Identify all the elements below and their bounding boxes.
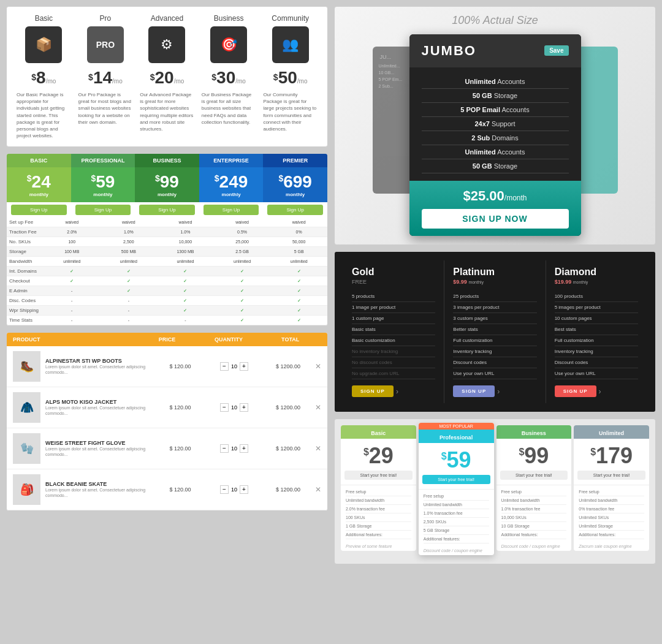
plan-price-professional: $59monthly	[71, 167, 135, 202]
plan-price-premier: $699monthly	[263, 167, 327, 202]
jumbo-feature-line: 50 GB Storage	[422, 159, 569, 173]
signup-btn-enterprise[interactable]: Sign Up	[204, 205, 259, 215]
plan-icon: 👥	[272, 26, 309, 63]
cart-item-remove[interactable]: ✕	[315, 485, 321, 494]
arrow-icon: ›	[497, 387, 500, 396]
qty-plus-btn[interactable]: +	[240, 444, 248, 453]
signup-btn-business[interactable]: Sign Up	[139, 205, 195, 215]
promo-feature: 10,000 SKUs	[501, 513, 567, 522]
signup-btn-premier[interactable]: Sign Up	[267, 205, 323, 215]
feature-name-cell: Traction Fee	[7, 227, 44, 237]
tier-col-diamond: Diamond $19.99 monthly 100 products5 ima…	[546, 260, 647, 403]
cart-header-product: PRODUCT	[13, 336, 136, 343]
jumbo-plan-panel: 100% Actual Size JU... Unlimited... 10 G…	[334, 6, 656, 245]
feature-name-cell: Checkout	[7, 276, 44, 286]
arrow-icon: ›	[396, 387, 398, 396]
qty-plus-btn[interactable]: +	[240, 403, 248, 412]
promo-feature: 2.0% transaction fee	[346, 505, 411, 513]
simple-pricing-panel: Basic 📦 $8/mo Our Basic Package is appro…	[6, 6, 328, 147]
qty-value: 10	[231, 363, 237, 369]
promo-feature: Unlimited bandwidth	[424, 501, 489, 509]
feature-val-cell: ✓	[157, 296, 214, 306]
promo-feature: Free setup	[424, 492, 489, 501]
plan-name: Business	[199, 14, 259, 23]
plan-name: Community	[261, 14, 320, 23]
promo-more: Zacrum sale coupon engine	[574, 542, 649, 551]
cart-item-desc: Lorem ipsum dolor sit amet. Consectetuer…	[45, 487, 153, 498]
plan-desc: Our Business Package is great for all si…	[199, 91, 259, 126]
promo-trial-btn[interactable]: Start your free trial!	[344, 471, 413, 480]
jumbo-plan-card: JUMBO Save Unlimited Accounts50 GB Stora…	[409, 34, 581, 236]
promo-feature: Additional features:	[501, 531, 567, 539]
table-row: No. SKUs1002,50010,00025,00050,000	[7, 237, 327, 247]
promo-plan-price: $29	[341, 439, 416, 471]
cart-panel: PRODUCTPRICEQUANTITYTOTAL 🥾 ALPINESTAR S…	[6, 332, 328, 511]
plan-btn-premier: Sign Up	[263, 202, 327, 218]
tier-signup-btn[interactable]: SIGN UP	[352, 385, 394, 397]
plan-price: $14/mo	[76, 68, 135, 88]
feature-name-cell: Wpr Shipping	[7, 306, 44, 316]
feature-val-cell: ✓	[214, 286, 271, 296]
plan-header-basic: BASIC	[7, 154, 71, 167]
cart-item-remove[interactable]: ✕	[315, 362, 321, 371]
tier-price: $9.99 monthly	[453, 279, 536, 285]
feature-val-cell: -	[157, 316, 214, 325]
pricing-header-row: BASICPROFESSIONALBUSINESSENTERPRISEPREMI…	[7, 154, 327, 167]
tier-signup-row: SIGN UP ›	[555, 385, 638, 397]
feature-val-cell: 2.0%	[44, 227, 101, 237]
signup-btn-basic[interactable]: Sign Up	[11, 205, 67, 215]
jumbo-feature-line: 24x7 Support	[422, 117, 569, 131]
plan-col-community: Community 👥 $50/mo Our Community Package…	[261, 14, 320, 139]
tier-feature-line: No discount codes	[352, 357, 435, 368]
signup-btn-professional[interactable]: Sign Up	[75, 205, 131, 215]
promo-cols: Basic $29 Start your free trial! Free se…	[341, 425, 649, 558]
jumbo-signup-btn[interactable]: SIGN UP NOW	[422, 209, 569, 229]
qty-plus-btn[interactable]: +	[240, 362, 248, 371]
promo-big-price: $29	[344, 445, 413, 467]
tier-feature-line: No upgrade.com URL	[352, 368, 435, 379]
jumbo-plan-features: Unlimited Accounts50 GB Storage5 POP Ema…	[409, 67, 581, 181]
cart-item-remove[interactable]: ✕	[315, 403, 321, 412]
feature-name-cell: Set up Fee	[7, 218, 44, 227]
promo-more: Preview of some feature	[341, 542, 416, 551]
promo-features: Free setupUnlimited bandwidth1.0% transa…	[496, 485, 572, 542]
qty-plus-btn[interactable]: +	[240, 485, 248, 494]
jumbo-plan-header: JUMBO Save	[409, 34, 581, 67]
qty-minus-btn[interactable]: −	[220, 444, 229, 453]
qty-minus-btn[interactable]: −	[220, 403, 229, 412]
jumbo-feature-line: Unlimited Accounts	[422, 145, 569, 159]
tier-signup-row: SIGN UP ›	[352, 385, 435, 397]
cart-item-qty: − 10 +	[207, 485, 261, 494]
promo-trial-btn[interactable]: Start your free trial!	[577, 471, 645, 480]
table-row: Int. Domains✓✓✓✓✓	[7, 267, 327, 276]
cart-item-info: WEISE STREET FIGHT GLOVE Lorem ipsum dol…	[45, 440, 153, 457]
qty-minus-btn[interactable]: −	[220, 362, 229, 371]
qty-minus-btn[interactable]: −	[220, 485, 229, 494]
plan-btn-basic: Sign Up	[7, 202, 71, 218]
tier-feature-line: 25 products	[453, 291, 536, 302]
plan-name: Basic	[14, 14, 74, 23]
tier-feature-line: 3 images per product	[453, 302, 536, 313]
tier-signup-btn[interactable]: SIGN UP	[453, 385, 495, 397]
plan-header-enterprise: ENTERPRISE	[199, 154, 264, 167]
cart-item-remove[interactable]: ✕	[315, 444, 321, 453]
plan-price-basic: $24monthly	[7, 167, 71, 202]
promo-plan-header: Basic	[341, 425, 416, 439]
tier-feature-line: 1 custom page	[352, 313, 435, 324]
promo-trial-btn[interactable]: Start your free trial!	[422, 475, 490, 484]
jumbo-feature-line: 5 POP Email Accounts	[422, 103, 569, 117]
feature-val-cell: 1300 MB	[157, 247, 214, 257]
promo-feature: 1.0% transaction fee	[424, 509, 489, 518]
qty-value: 10	[231, 445, 237, 452]
tier-row: Gold FREE 5 products1 image per product1…	[343, 260, 647, 403]
tier-signup-btn[interactable]: SIGN UP	[555, 385, 596, 397]
feature-name-cell: Bandwidth	[7, 257, 44, 267]
table-row: Time Stats---✓✓	[7, 316, 327, 325]
feature-val-cell: unlimited	[44, 257, 101, 267]
feature-val-cell: 100 MB	[44, 247, 101, 257]
feature-val-cell: unlimited	[214, 257, 271, 267]
promo-trial-btn[interactable]: Start your free trial!	[500, 471, 568, 480]
tier-col-platinum: Platinum $9.99 monthly 25 products3 imag…	[444, 260, 546, 403]
feature-val-cell: waived	[157, 218, 214, 227]
plan-desc: Our Basic Package is appropriate for ind…	[14, 91, 74, 139]
